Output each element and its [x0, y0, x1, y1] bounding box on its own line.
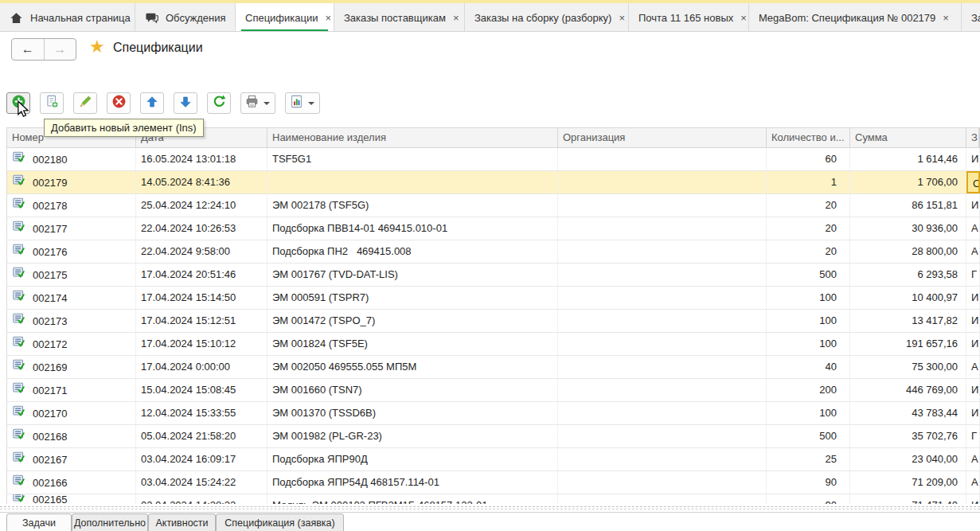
bottom-tab[interactable]: Задачи: [6, 513, 72, 531]
column-header-product[interactable]: Наименование изделия: [267, 128, 558, 147]
table-row[interactable]: 002165 02.04.2024 14:38:32 Модуль ЭМ 000…: [7, 494, 980, 504]
app-tab[interactable]: Спецификации ×: [236, 3, 334, 32]
table-row[interactable]: 002170 12.04.2024 15:33:55 ЭМ 001370 (TS…: [7, 402, 980, 425]
table-row[interactable]: 002167 03.04.2024 16:09:17 Подсборка ЯПР…: [7, 448, 980, 471]
table-row[interactable]: 002171 15.04.2024 15:08:45 ЭМ 001660 (TS…: [7, 379, 980, 402]
navigation-row: ← → ★ Спецификации: [0, 32, 980, 67]
mouse-cursor: [15, 100, 31, 121]
document-posted-icon: [13, 494, 25, 504]
copy-icon: [45, 94, 60, 112]
table-row[interactable]: 002174 17.04.2024 15:14:50 ЭМ 000591 (TS…: [7, 287, 980, 310]
close-icon[interactable]: ×: [943, 13, 949, 23]
quantity-cell: 60: [767, 148, 850, 170]
quantity-cell: 20: [767, 217, 850, 240]
organization-cell: [558, 148, 767, 170]
back-button[interactable]: ←: [12, 39, 45, 60]
app-tab[interactable]: Начальная страница ×: [0, 3, 135, 32]
bottom-tab[interactable]: Спецификация (заявка): [216, 513, 344, 531]
spec-number: 002167: [33, 449, 67, 470]
date-cell: 17.04.2024 15:14:50: [136, 287, 267, 309]
document-posted-icon: [13, 149, 25, 170]
copy-button[interactable]: [40, 92, 64, 114]
edit-button[interactable]: [73, 92, 97, 114]
quantity-cell: 200: [767, 379, 850, 401]
product-name-cell: Подсборка ЯПР90Д: [267, 448, 558, 470]
organization-cell: [558, 171, 767, 193]
organization-cell: [558, 287, 767, 309]
table-row[interactable]: 002168 05.04.2024 21:58:20 ЭМ 001982 (PL…: [7, 425, 980, 448]
table-row[interactable]: 002166 03.04.2024 15:24:22 Подсборка ЯПР…: [7, 471, 980, 494]
close-icon[interactable]: ×: [453, 13, 459, 23]
move-up-icon: [145, 95, 159, 112]
close-icon[interactable]: ×: [740, 13, 747, 23]
date-cell: 17.04.2024 15:12:51: [136, 310, 267, 332]
table-row[interactable]: 002173 17.04.2024 15:12:51 ЭМ 001472 (TS…: [7, 310, 980, 333]
number-cell: 002180: [7, 148, 136, 170]
product-name-cell: ЭМ 001370 (TSSD6B): [267, 402, 558, 424]
number-cell: 002179: [7, 171, 136, 193]
app-tab[interactable]: За ×: [962, 3, 980, 32]
tail-cell: Г: [966, 264, 980, 286]
table-row[interactable]: 002178 25.04.2024 12:24:10 ЭМ 002178 (TS…: [7, 194, 980, 217]
column-header-quantity[interactable]: Количество и...: [767, 128, 850, 147]
spec-number: 002172: [33, 334, 67, 355]
forward-button[interactable]: →: [45, 39, 76, 60]
column-header-tail[interactable]: З: [966, 128, 979, 147]
table-row[interactable]: 002179 14.05.2024 8:41:36 1 1 706,00 О: [7, 171, 980, 194]
close-icon[interactable]: ×: [619, 13, 625, 23]
app-tab[interactable]: Обсуждения ×: [135, 3, 236, 32]
document-posted-icon: [13, 172, 25, 193]
product-name-cell: Подсборка ПН2 469415.008: [267, 240, 558, 263]
sum-cell: 75 300,00: [850, 356, 966, 378]
app-tab[interactable]: Почта 11 165 новых ×: [629, 3, 749, 32]
delete-button[interactable]: [107, 92, 131, 114]
bottom-tab[interactable]: Активности: [148, 513, 216, 531]
tab-label: Начальная страница: [30, 12, 131, 24]
app-tab[interactable]: Заказы на сборку (разборку) ×: [465, 3, 629, 32]
quantity-cell: 25: [767, 448, 850, 470]
move-up-button[interactable]: [140, 92, 164, 114]
sum-cell: 43 783,44: [850, 402, 966, 424]
date-cell: 03.04.2024 15:24:22: [136, 471, 267, 494]
chevron-down-icon: [308, 102, 314, 105]
table-row[interactable]: 002169 17.04.2024 0:00:00 ЭМ 002050 4695…: [7, 356, 980, 379]
favorite-star-icon[interactable]: ★: [89, 37, 105, 57]
tab-label: Обсуждения: [166, 12, 226, 24]
table-row[interactable]: 002177 22.04.2024 10:26:53 Подсборка ПВВ…: [7, 217, 980, 240]
date-cell: 22.04.2024 9:58:00: [136, 240, 267, 263]
product-name-cell: ЭМ 001767 (TVD-DAT-LIS): [267, 264, 558, 286]
print-icon: [244, 94, 260, 112]
sum-cell: 28 800,00: [850, 240, 966, 263]
tail-cell: А: [966, 217, 980, 240]
print-button[interactable]: [240, 92, 275, 114]
refresh-button[interactable]: [207, 92, 231, 114]
close-icon[interactable]: ×: [326, 13, 332, 23]
tail-cell: И: [966, 194, 980, 217]
table-row[interactable]: 002180 16.05.2024 13:01:18 TSF5G1 60 1 6…: [7, 148, 980, 171]
document-posted-icon: [13, 195, 25, 217]
column-header-organization[interactable]: Организация: [558, 128, 767, 147]
report-button[interactable]: [285, 92, 320, 114]
table-row[interactable]: 002176 22.04.2024 9:58:00 Подсборка ПН2 …: [7, 240, 980, 264]
tab-label: MegaBom: Спецификация № 002179: [759, 12, 935, 24]
spec-number: 002178: [33, 195, 67, 217]
app-tab[interactable]: MegaBom: Спецификация № 002179 ×: [749, 3, 962, 32]
sum-cell: 13 417,82: [850, 310, 966, 332]
spec-number: 002168: [33, 426, 67, 447]
organization-cell: [558, 194, 767, 217]
document-posted-icon: [13, 218, 25, 240]
app-tab[interactable]: Заказы поставщикам ×: [334, 3, 465, 32]
table-row[interactable]: 002172 17.04.2024 15:10:12 ЭМ 001824 (TS…: [7, 333, 980, 356]
number-cell: 002166: [7, 471, 136, 494]
sum-cell: 446 769,00: [850, 379, 966, 401]
table-row[interactable]: 002175 17.04.2024 20:51:46 ЭМ 001767 (TV…: [7, 264, 980, 287]
move-down-button[interactable]: [174, 92, 197, 114]
date-cell: 16.05.2024 13:01:18: [136, 148, 267, 170]
bottom-tab-label: Задачи: [22, 517, 56, 529]
tail-cell: А: [966, 356, 980, 378]
column-header-sum[interactable]: Сумма: [850, 128, 966, 147]
product-name-cell: [267, 171, 558, 193]
tail-cell: А: [966, 448, 980, 470]
quantity-cell: 500: [767, 264, 850, 286]
bottom-tab[interactable]: Дополнительно: [72, 513, 148, 531]
